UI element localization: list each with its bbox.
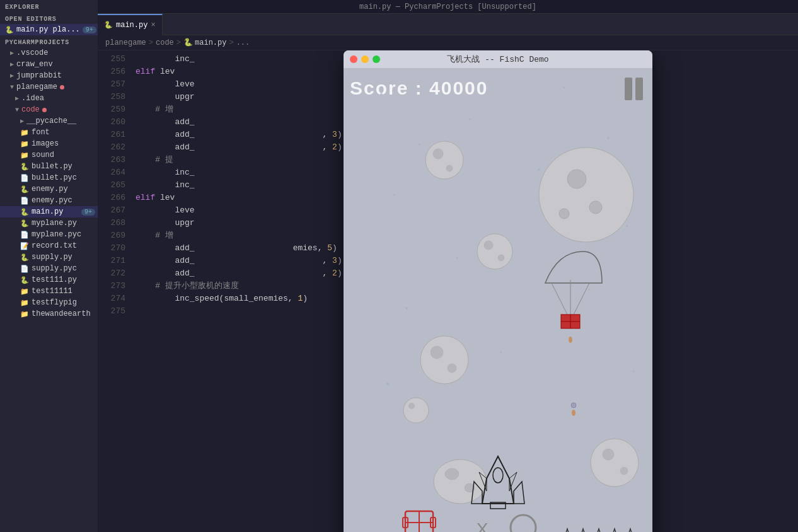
svg-point-13 xyxy=(633,371,635,373)
sidebar-item-code[interactable]: ▼ code xyxy=(0,104,98,115)
sidebar: EXPLORER OPEN EDITORS 🐍 main.py pla... 9… xyxy=(0,0,98,532)
open-editors-title: OPEN EDITORS xyxy=(0,12,98,24)
breadcrumb-main-py[interactable]: 🐍 main.py xyxy=(183,38,226,47)
sidebar-item-supply-py[interactable]: 🐍 supply.py xyxy=(0,252,98,263)
svg-point-20 xyxy=(559,209,569,219)
svg-point-30 xyxy=(403,398,429,423)
chevron-icon: ▼ xyxy=(15,107,19,113)
chevron-icon: ▼ xyxy=(10,84,14,91)
folder-icon: 📁 xyxy=(20,287,29,296)
chevron-icon: ▶ xyxy=(10,61,14,68)
open-editor-main-py[interactable]: 🐍 main.py pla... 9+ xyxy=(0,24,98,35)
svg-point-7 xyxy=(627,226,628,228)
sidebar-item-bullet-py[interactable]: 🐍 bullet.py xyxy=(0,161,98,172)
folder-icon: 📁 xyxy=(20,129,29,137)
svg-point-27 xyxy=(420,336,468,384)
folder-icon: 📁 xyxy=(20,140,29,148)
sidebar-item-pycache[interactable]: ▶ __pycache__ xyxy=(0,115,98,127)
svg-point-2 xyxy=(564,87,565,89)
sidebar-item-supply-pyc[interactable]: 📄 supply.pyc xyxy=(0,263,98,274)
traffic-light-close[interactable] xyxy=(350,55,357,63)
breadcrumb-sep3: > xyxy=(229,38,233,47)
sidebar-item-myplane-py[interactable]: 🐍 myplane.py xyxy=(0,217,98,229)
explorer-title: EXPLORER xyxy=(0,0,98,12)
file-icon: 📝 xyxy=(20,242,29,250)
game-window-title: 飞机大战 -- FishC Demo xyxy=(447,54,548,65)
svg-point-1 xyxy=(469,119,471,120)
svg-line-41 xyxy=(574,283,589,315)
file-icon: 🐍 xyxy=(20,219,29,228)
svg-point-54 xyxy=(511,515,536,532)
sidebar-item-craw-env[interactable]: ▶ craw_env xyxy=(0,59,98,70)
svg-point-34 xyxy=(620,467,628,475)
sidebar-item-myplane-pyc[interactable]: 📄 myplane.pyc xyxy=(0,229,98,240)
svg-point-9 xyxy=(405,307,408,309)
svg-point-18 xyxy=(567,170,586,188)
svg-point-10 xyxy=(589,289,591,291)
sidebar-item-testflypig[interactable]: 📁 testflypig xyxy=(0,297,98,308)
breadcrumb-sep2: > xyxy=(176,38,181,47)
modified-dot xyxy=(60,85,64,90)
svg-point-32 xyxy=(591,439,639,487)
tab-close-button[interactable]: × xyxy=(151,21,155,30)
sidebar-item-main-py[interactable]: 🐍 main.py 9+ xyxy=(0,206,98,217)
tab-main-py[interactable]: 🐍 main.py × xyxy=(98,14,163,35)
window-titlebar: main.py — PycharmProjects [Unsupported] xyxy=(98,0,798,14)
sidebar-item-bullet-pyc[interactable]: 📄 bullet.pyc xyxy=(0,172,98,183)
sidebar-item-thewandeearth[interactable]: 📁 thewandeearth xyxy=(0,308,98,320)
svg-point-8 xyxy=(456,257,458,259)
breadcrumb-code[interactable]: code xyxy=(156,38,174,47)
sidebar-item-images[interactable]: 📁 images xyxy=(0,138,98,149)
svg-point-4 xyxy=(607,137,610,139)
file-icon: 🐍 xyxy=(20,208,29,216)
game-window: 飞机大战 -- FishC Demo Score : 40000 xyxy=(344,50,652,532)
sidebar-item-vscode[interactable]: ▶ .vscode xyxy=(0,47,98,59)
folder-icon: 📁 xyxy=(20,151,29,159)
svg-point-35 xyxy=(434,460,487,504)
sidebar-item-test11111[interactable]: 📁 test11111 xyxy=(0,286,98,297)
sidebar-item-planegame[interactable]: ▼ planegame xyxy=(0,81,98,93)
sidebar-item-font[interactable]: 📁 font xyxy=(0,127,98,138)
line-numbers: 255 256 257 258 259 260 261 262 263 264 … xyxy=(98,50,130,532)
file-icon: 🐍 xyxy=(20,163,29,171)
svg-point-19 xyxy=(589,201,602,214)
window-title: main.py — PycharmProjects [Unsupported] xyxy=(359,3,536,11)
traffic-light-minimize[interactable] xyxy=(361,55,369,63)
game-titlebar: 飞机大战 -- FishC Demo xyxy=(344,50,652,68)
tab-bar: 🐍 main.py × xyxy=(98,14,798,35)
file-icon: 🐍 xyxy=(20,185,29,194)
chevron-icon: ▶ xyxy=(15,95,19,102)
svg-point-33 xyxy=(603,449,614,460)
svg-point-15 xyxy=(569,337,572,343)
breadcrumb: planegame > code > 🐍 main.py > ... xyxy=(98,35,798,50)
sidebar-item-enemy-pyc[interactable]: 📄 enemy.pyc xyxy=(0,195,98,206)
tab-file-icon: 🐍 xyxy=(104,21,113,29)
svg-point-21 xyxy=(425,141,463,179)
sidebar-item-sound[interactable]: 📁 sound xyxy=(0,149,98,161)
file-icon: 🐍 xyxy=(20,276,29,284)
svg-point-23 xyxy=(446,165,453,171)
file-icon: 📄 xyxy=(20,197,29,205)
svg-point-26 xyxy=(498,255,504,261)
file-icon: 🐍 xyxy=(5,26,14,34)
svg-point-24 xyxy=(477,234,512,269)
game-content[interactable]: Score : 40000 xyxy=(344,68,652,532)
svg-point-17 xyxy=(539,147,633,242)
svg-point-0 xyxy=(380,93,383,95)
sidebar-item-idea[interactable]: ▶ .idea xyxy=(0,93,98,104)
svg-text:X: X xyxy=(477,519,489,532)
sidebar-item-enemy-py[interactable]: 🐍 enemy.py xyxy=(0,183,98,195)
svg-point-12 xyxy=(386,383,389,385)
modified-dot xyxy=(42,108,47,112)
sidebar-item-jumprabbit[interactable]: ▶ jumprabbit xyxy=(0,70,98,81)
svg-point-25 xyxy=(484,241,493,250)
code-area: 255 256 257 258 259 260 261 262 263 264 … xyxy=(98,50,798,532)
file-icon: 📄 xyxy=(20,231,29,239)
breadcrumb-ellipsis[interactable]: ... xyxy=(236,38,250,47)
folder-icon: 📁 xyxy=(20,299,29,307)
svg-point-11 xyxy=(500,352,502,354)
breadcrumb-planegame[interactable]: planegame xyxy=(105,38,146,47)
sidebar-item-test111-py[interactable]: 🐍 test111.py xyxy=(0,274,98,286)
sidebar-item-record-txt[interactable]: 📝 record.txt xyxy=(0,240,98,252)
traffic-light-maximize[interactable] xyxy=(373,55,380,63)
